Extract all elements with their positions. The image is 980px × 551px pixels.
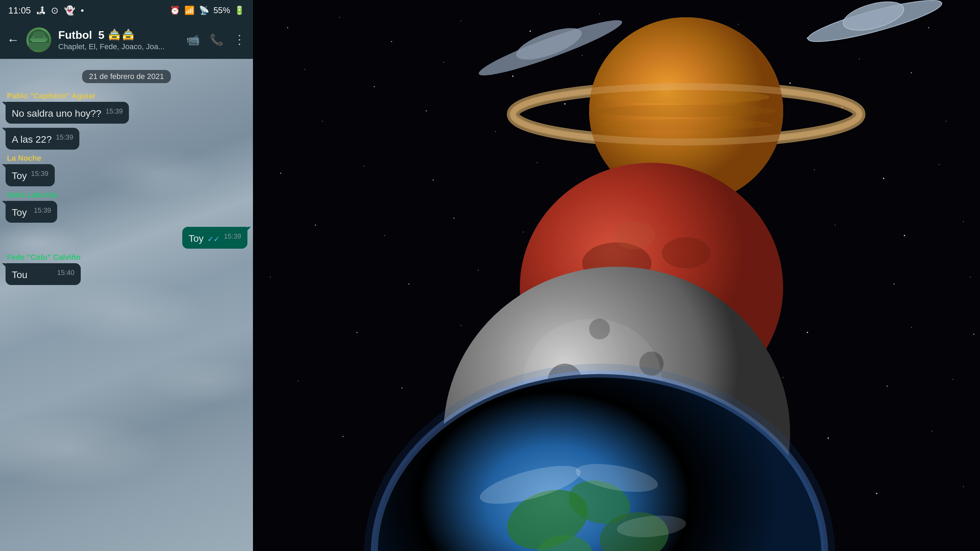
svg-point-82 (827, 437, 829, 439)
message-seba: Seba Laborda Toy 15:39 (6, 191, 57, 223)
svg-point-7 (287, 27, 288, 29)
msg-text-pablo: No saldra uno hoy?? (12, 108, 101, 119)
msg-time-fede: 15:40 (57, 269, 75, 277)
date-separator: 21 de febrero de 2021 (6, 70, 247, 83)
chat-info: Futbol 5 🚖🚖 Chaplet, El, Fede, Joaco, Jo… (58, 29, 179, 51)
svg-point-50 (523, 232, 523, 232)
svg-point-14 (738, 24, 738, 25)
svg-point-75 (783, 377, 784, 378)
msg-text-seba: Toy (12, 207, 27, 218)
bubble-sent-toy: Toy 15:39 ✓✓ (182, 227, 247, 249)
svg-point-57 (270, 277, 270, 278)
svg-point-8 (339, 17, 340, 17)
svg-point-48 (384, 235, 385, 236)
svg-point-29 (426, 111, 427, 111)
svg-point-58 (409, 284, 410, 285)
svg-rect-5 (29, 43, 49, 50)
alarm-icon: ⏰ (170, 6, 180, 15)
status-time: 11:05 (8, 5, 31, 16)
svg-point-55 (904, 235, 905, 236)
msg-time-lanoche: 15:39 (31, 170, 49, 178)
svg-point-76 (887, 386, 888, 387)
svg-point-40 (537, 162, 538, 163)
date-chip: 21 de febrero de 2021 (82, 70, 171, 83)
msg-time-seba: 15:39 (33, 206, 51, 214)
svg-point-108 (662, 237, 710, 268)
svg-point-62 (894, 284, 895, 285)
bubble-alas22: A las 22? 15:39 (6, 128, 80, 149)
msg-time-alas22: 15:39 (56, 133, 73, 141)
instagram-icon: ⊙ (51, 5, 59, 16)
voice-call-icon[interactable]: 📞 (210, 33, 224, 46)
svg-point-83 (932, 431, 932, 432)
avatar-inner (26, 27, 51, 52)
svg-point-59 (478, 270, 479, 270)
sender-seba: Seba Laborda (6, 191, 57, 200)
svg-point-9 (391, 41, 392, 42)
svg-point-54 (835, 225, 835, 225)
more-options-icon[interactable]: ⋮ (233, 33, 246, 47)
snapchat-icon: 👻 (64, 5, 75, 16)
message-pablo: Pablo "Capitano" Aguiar No saldra uno ho… (6, 91, 129, 124)
bubble-fede: Tou 15:40 (6, 263, 81, 285)
svg-point-25 (789, 83, 791, 84)
chat-header: ← Futbol 5 🚖🚖 Chaplet, El, Fede, Joaco, … (0, 21, 253, 59)
svg-point-38 (364, 166, 364, 167)
svg-point-26 (859, 59, 860, 59)
message-lanoche: La Noche Toy 15:39 (6, 154, 55, 186)
messages-area: 21 de febrero de 2021 Pablo "Capitano" A… (0, 59, 253, 551)
wifi-icon: 📶 (185, 6, 195, 15)
msg-text-fede: Tou (12, 270, 27, 280)
svg-point-20 (443, 62, 444, 63)
svg-point-70 (974, 334, 974, 335)
svg-point-88 (876, 493, 877, 494)
bubble-seba: Toy 15:39 (6, 201, 57, 223)
svg-point-12 (599, 14, 600, 14)
svg-point-22 (582, 55, 582, 56)
video-call-icon[interactable]: 📹 (186, 33, 200, 46)
svg-rect-1 (30, 38, 48, 41)
group-members: Chaplet, El, Fede, Joaco, Joa... (58, 42, 179, 51)
svg-point-64 (356, 332, 358, 333)
svg-point-28 (322, 121, 323, 122)
svg-point-47 (315, 225, 316, 226)
svg-point-46 (939, 164, 939, 165)
signal-icon: 📡 (199, 6, 209, 15)
svg-point-89 (963, 486, 964, 487)
message-fede: Fede "Colu" Calviño Tou 15:40 (6, 253, 81, 285)
svg-rect-3 (32, 41, 46, 42)
status-bar: 11:05 🏞 ⊙ 👻 • ⏰ 📶 📡 55% 🔋 (0, 0, 253, 21)
bubble-lanoche: Toy 15:39 (6, 164, 55, 186)
svg-point-4 (33, 31, 45, 38)
msg-text-alas22: A las 22? (12, 134, 52, 145)
svg-point-36 (946, 121, 947, 122)
battery-icon: 🔋 (234, 6, 245, 15)
svg-point-107 (613, 222, 655, 249)
svg-point-19 (374, 86, 375, 87)
sender-pablo: Pablo "Capitano" Aguiar (6, 91, 129, 100)
svg-point-30 (495, 131, 496, 132)
back-button[interactable]: ← (7, 33, 19, 47)
header-icons: 📹 📞 ⋮ (186, 33, 246, 47)
svg-point-44 (814, 169, 815, 170)
svg-point-69 (911, 327, 912, 328)
status-bar-right: ⏰ 📶 📡 55% 🔋 (170, 6, 245, 15)
svg-point-45 (883, 178, 885, 179)
svg-point-78 (343, 436, 344, 437)
planets-container (253, 0, 980, 551)
svg-point-17 (928, 27, 929, 29)
group-avatar[interactable] (26, 27, 51, 52)
svg-point-37 (280, 173, 282, 174)
msg-time-sent-toy: 15:39 (224, 232, 241, 240)
svg-point-101 (603, 90, 769, 104)
svg-point-63 (970, 277, 970, 278)
chat-panel: 11:05 🏞 ⊙ 👻 • ⏰ 📶 📡 55% 🔋 ← (0, 0, 253, 551)
dot-icon: • (81, 5, 84, 16)
message-sent-toy: Toy 15:39 ✓✓ (182, 227, 247, 249)
svg-point-72 (402, 387, 402, 389)
svg-point-71 (298, 381, 298, 381)
svg-point-27 (911, 72, 912, 73)
svg-point-103 (600, 119, 773, 130)
svg-point-10 (461, 21, 461, 21)
svg-point-49 (453, 218, 455, 219)
